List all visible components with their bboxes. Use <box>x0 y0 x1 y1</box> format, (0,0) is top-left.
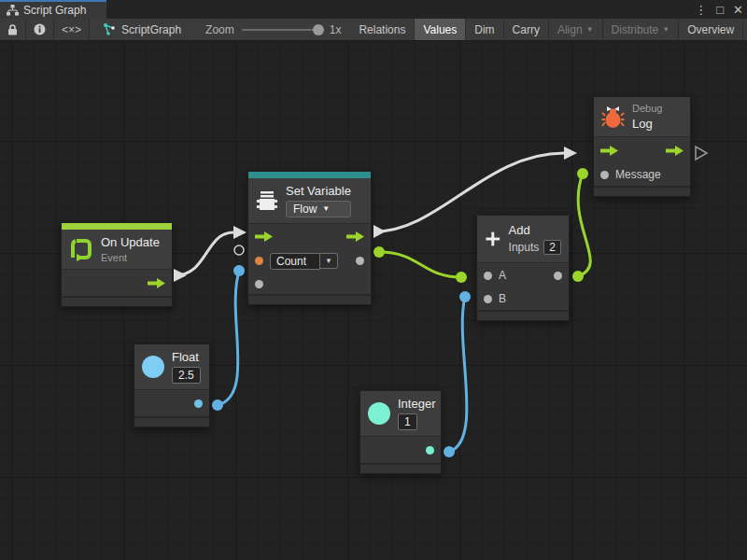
distribute-label: Distribute <box>612 23 659 36</box>
node-float-literal[interactable]: Float 2.5 <box>134 343 210 427</box>
align-button[interactable]: Align ▼ <box>549 19 603 40</box>
carry-button[interactable]: Carry <box>504 19 549 40</box>
inputs-count-field[interactable]: 2 <box>543 240 561 255</box>
fullscreen-button[interactable]: Full Screen <box>743 19 747 40</box>
node-footer <box>594 186 690 196</box>
flow-input-arrow[interactable] <box>233 226 247 239</box>
cable-endpoint[interactable] <box>233 265 245 276</box>
lock-button[interactable] <box>0 19 26 40</box>
graph-toolbar: <×> ScriptGraph Zoom 1x Relations Values <box>0 19 747 41</box>
carry-label: Carry <box>513 23 540 36</box>
values-button[interactable]: Values <box>415 19 466 40</box>
port-label: B <box>499 292 506 305</box>
cable-endpoint[interactable] <box>459 291 471 302</box>
integer-output-port[interactable] <box>426 446 434 455</box>
input-port-b[interactable] <box>484 295 492 303</box>
flow-port-empty-triangle[interactable] <box>696 147 707 160</box>
flow-input-port[interactable] <box>600 146 618 156</box>
node-set-variable[interactable]: Set Variable Flow ▼ <box>247 171 372 305</box>
node-title: Set Variable <box>286 184 351 198</box>
overview-button[interactable]: Overview <box>679 19 743 40</box>
flow-input-arrow[interactable] <box>564 147 577 160</box>
value-output-port[interactable] <box>356 257 364 265</box>
cable-endpoint[interactable] <box>572 271 584 282</box>
info-button[interactable] <box>26 19 54 40</box>
node-debug-log[interactable]: Debug Log Message <box>593 96 691 197</box>
node-title: Float <box>172 350 201 364</box>
node-title: Integer <box>398 397 435 411</box>
close-icon[interactable]: ✕ <box>733 3 743 17</box>
hierarchy-icon <box>7 5 19 16</box>
input-port-a[interactable] <box>484 272 492 280</box>
variable-icon <box>256 189 278 212</box>
value-cable-integer-add[interactable] <box>449 297 467 452</box>
values-label: Values <box>423 23 457 36</box>
node-accent-bar <box>248 172 371 178</box>
inputs-label: Inputs <box>509 241 540 254</box>
distribute-button[interactable]: Distribute ▼ <box>603 19 680 40</box>
lock-icon <box>7 24 18 35</box>
cable-endpoint[interactable] <box>456 272 467 283</box>
tab-title: Script Graph <box>23 4 86 17</box>
variable-scope-dropdown[interactable]: Flow ▼ <box>286 201 351 217</box>
scope-value: Flow <box>293 203 317 216</box>
flow-output-arrow[interactable] <box>374 225 386 238</box>
port-label: A <box>499 269 506 282</box>
node-footer <box>248 294 371 304</box>
flow-input-port[interactable] <box>255 231 273 242</box>
chevron-down-icon: ▼ <box>586 26 594 34</box>
node-footer <box>134 416 209 427</box>
float-value-field[interactable]: 2.5 <box>172 367 201 384</box>
zoom-slider[interactable] <box>242 29 322 31</box>
node-footer <box>360 463 441 473</box>
cable-endpoint[interactable] <box>374 246 385 258</box>
cable-endpoint[interactable] <box>212 399 223 411</box>
variable-name-dropdown[interactable]: Count ▼ <box>270 253 338 270</box>
flow-output-port[interactable] <box>148 278 165 288</box>
zoom-slider-knob[interactable] <box>313 24 324 35</box>
graph-label: ScriptGraph <box>121 23 181 36</box>
relations-label: Relations <box>359 23 405 36</box>
tab-script-graph[interactable]: Script Graph <box>0 0 106 19</box>
overview-label: Overview <box>687 23 734 36</box>
node-accent-bar <box>62 223 172 230</box>
value-input-port[interactable] <box>255 280 263 288</box>
dim-button[interactable]: Dim <box>466 19 503 40</box>
cable-endpoint[interactable] <box>577 168 588 179</box>
flow-output-port[interactable] <box>346 231 364 242</box>
graph-breadcrumb[interactable]: ScriptGraph <box>90 19 190 40</box>
variable-name-value: Count <box>270 253 320 270</box>
node-add[interactable]: Add Inputs 2 A B <box>476 215 570 321</box>
integer-type-icon <box>368 402 390 425</box>
loop-event-icon <box>69 237 93 261</box>
graph-canvas[interactable]: On Update Event <box>0 41 747 560</box>
cable-endpoint[interactable] <box>444 446 455 457</box>
sum-output-port[interactable] <box>554 272 562 280</box>
integer-value-field[interactable]: 1 <box>398 413 417 430</box>
value-cable-add-debuglog[interactable] <box>578 174 590 276</box>
value-cable-float-setvariable[interactable] <box>218 272 239 405</box>
chevron-down-icon: ▼ <box>662 26 669 34</box>
variable-name-port[interactable] <box>255 257 263 265</box>
align-label: Align <box>557 23 583 36</box>
node-title: Log <box>632 117 662 131</box>
relations-button[interactable]: Relations <box>350 19 415 40</box>
code-view-button[interactable]: <×> <box>54 19 90 40</box>
flow-output-port[interactable] <box>666 146 684 156</box>
message-input-port[interactable] <box>600 171 609 179</box>
node-integer-literal[interactable]: Integer 1 <box>359 390 442 474</box>
float-output-port[interactable] <box>194 399 203 408</box>
zoom-label: Zoom <box>205 23 234 36</box>
node-subtitle: Event <box>101 252 160 263</box>
window-menu-icon[interactable]: ⋮ <box>695 3 707 17</box>
flow-output-arrow[interactable] <box>174 269 187 282</box>
code-icon: <×> <box>62 23 81 36</box>
value-port-empty-ring[interactable] <box>234 245 244 255</box>
maximize-icon[interactable]: □ <box>716 3 724 17</box>
plus-icon <box>485 228 501 250</box>
node-on-update[interactable]: On Update Event <box>61 222 173 307</box>
float-type-icon <box>142 356 164 378</box>
port-label: Message <box>615 168 661 181</box>
value-cable-setvariable-add[interactable] <box>379 252 461 277</box>
flow-cable-onupdate-setvariable[interactable] <box>176 232 233 275</box>
